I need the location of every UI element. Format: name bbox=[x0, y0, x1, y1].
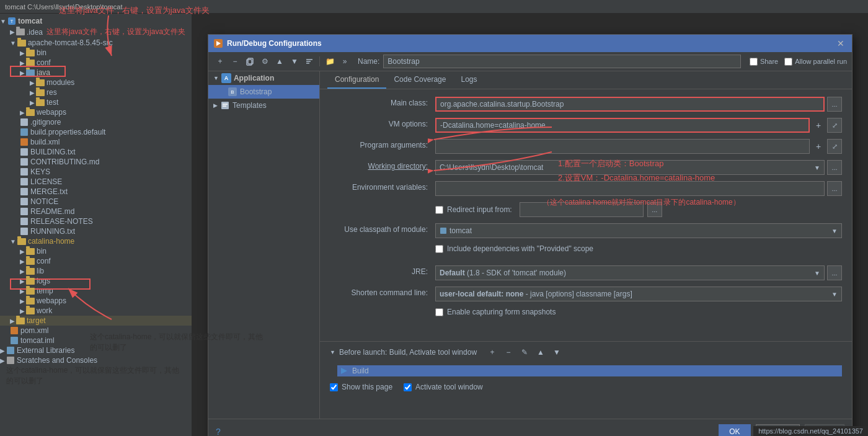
tree-item-webapps[interactable]: ▶ webapps bbox=[0, 107, 192, 117]
tree-item-buildprop[interactable]: build.properties.default bbox=[0, 127, 192, 137]
config-bootstrap[interactable]: ▶ B Bootstrap bbox=[208, 85, 319, 99]
redirect-input[interactable] bbox=[520, 202, 644, 217]
move-down-button[interactable]: ▼ bbox=[288, 55, 301, 68]
env-vars-value: ... bbox=[435, 181, 842, 196]
tree-item-res[interactable]: ▶ res bbox=[0, 87, 192, 97]
tree-item-scratches[interactable]: ▶ Scratches and Consoles bbox=[0, 355, 192, 365]
activate-tool-check[interactable] bbox=[404, 383, 412, 391]
tree-item-bin[interactable]: ▶ bin bbox=[0, 48, 192, 58]
tree-item-webapps2[interactable]: ▶ webapps bbox=[0, 296, 192, 306]
jre-arrow: ▼ bbox=[814, 270, 820, 277]
tree-item-running[interactable]: RUNNING.txt bbox=[0, 226, 192, 236]
include-deps-label: Include dependencies with "Provided" sco… bbox=[447, 244, 593, 253]
tree-item-temp[interactable]: ▶ temp bbox=[0, 286, 192, 296]
share-check[interactable] bbox=[750, 58, 758, 66]
tree-item-gitignore[interactable]: .gitignore bbox=[0, 117, 192, 127]
tab-logs[interactable]: Logs bbox=[453, 71, 484, 89]
tree-item-conf2[interactable]: ▶ conf bbox=[0, 256, 192, 266]
args-expand-button[interactable]: ⤢ bbox=[827, 139, 842, 154]
snapshots-check[interactable] bbox=[435, 308, 443, 316]
working-dir-browse-button[interactable]: ... bbox=[827, 160, 842, 175]
form-content: Main class: ... VM options: + ⤢ bbox=[320, 89, 852, 336]
move-up-button[interactable]: ▲ bbox=[273, 55, 286, 68]
show-page-label: Show this page bbox=[342, 383, 392, 391]
include-deps-spacer bbox=[330, 244, 435, 246]
catalina-annotation: 这个catalina-home，可以就保留这些文件即可，其他的可以删了 bbox=[6, 365, 186, 386]
tree-item-root[interactable]: ▼ T tomcat bbox=[0, 16, 192, 26]
app-icon: A bbox=[221, 73, 231, 83]
config-application-expand[interactable]: ▼ A Application bbox=[208, 71, 319, 85]
apache-label: apache-tomcat-8.5.45-src bbox=[28, 38, 113, 47]
tree-item-readme[interactable]: README.md bbox=[0, 207, 192, 216]
tree-item-building[interactable]: BUILDING.txt bbox=[0, 147, 192, 157]
close-button[interactable]: ✕ bbox=[835, 38, 847, 48]
program-args-input[interactable] bbox=[435, 139, 810, 154]
include-deps-check[interactable] bbox=[435, 245, 443, 253]
vm-expand-button[interactable]: ⤢ bbox=[827, 118, 842, 133]
tree-item-keys[interactable]: KEYS bbox=[0, 167, 192, 177]
vm-options-input[interactable] bbox=[435, 118, 810, 133]
parallel-check[interactable] bbox=[784, 58, 792, 66]
main-class-browse-button[interactable]: ... bbox=[827, 97, 842, 112]
release-label: RELEASE-NOTES bbox=[30, 217, 93, 226]
show-page-check[interactable] bbox=[330, 383, 338, 391]
tree-item-merge[interactable]: MERGE.txt bbox=[0, 187, 192, 197]
before-launch-collapse[interactable]: ▼ bbox=[330, 349, 335, 355]
tree-item-conf[interactable]: ▶ conf bbox=[0, 58, 192, 68]
extlibs-label: External Libraries bbox=[17, 346, 74, 355]
before-launch-add-button[interactable]: + bbox=[485, 345, 499, 359]
tab-configuration[interactable]: Configuration bbox=[327, 71, 386, 89]
folder-webapps-icon bbox=[26, 109, 35, 116]
shorten-text: user-local default: none - java [options… bbox=[440, 290, 632, 298]
tree-item-buildxml[interactable]: build.xml bbox=[0, 137, 192, 147]
shorten-dropdown[interactable]: user-local default: none - java [options… bbox=[435, 287, 842, 301]
before-launch-down-button[interactable]: ▼ bbox=[550, 345, 564, 359]
tree-item-bin2[interactable]: ▶ bin bbox=[0, 246, 192, 256]
env-vars-browse-button[interactable]: ... bbox=[827, 181, 842, 196]
folder-button[interactable]: 📁 bbox=[323, 55, 337, 68]
vm-plus-button[interactable]: + bbox=[812, 119, 825, 131]
tree-item-idea[interactable]: ▶ .idea 这里将java文件，右键，设置为java文件夹 bbox=[0, 26, 192, 38]
help-button[interactable]: ? bbox=[216, 427, 221, 436]
env-vars-input[interactable] bbox=[435, 181, 825, 196]
tree-item-contributing[interactable]: CONTRIBUTING.md bbox=[0, 157, 192, 167]
more-button[interactable]: » bbox=[338, 55, 352, 68]
tree-item-java[interactable]: ▶ java bbox=[0, 68, 192, 78]
settings-button[interactable]: ⚙ bbox=[258, 55, 272, 68]
config-templates[interactable]: ▶ Templates bbox=[208, 99, 319, 112]
tab-code-coverage[interactable]: Code Coverage bbox=[386, 71, 453, 89]
before-launch-items: Build bbox=[320, 363, 852, 379]
before-launch-remove-button[interactable]: − bbox=[502, 345, 515, 359]
tree-item-license[interactable]: LICENSE bbox=[0, 177, 192, 187]
tree-item-modules[interactable]: ▶ modules bbox=[0, 78, 192, 87]
ok-button[interactable]: OK bbox=[719, 424, 750, 436]
main-class-input[interactable] bbox=[435, 97, 825, 112]
redirect-browse-button[interactable]: ... bbox=[647, 202, 662, 217]
tree-item-release[interactable]: RELEASE-NOTES bbox=[0, 216, 192, 226]
build-item[interactable]: Build bbox=[337, 365, 842, 376]
tree-item-logs[interactable]: ▶ logs bbox=[0, 276, 192, 286]
tree-item-pom[interactable]: pom.xml bbox=[0, 326, 192, 336]
before-launch-edit-button[interactable]: ✎ bbox=[518, 345, 531, 359]
tree-item-apache[interactable]: ▼ apache-tomcat-8.5.45-src bbox=[0, 38, 192, 48]
tree-item-catalina[interactable]: ▼ catalina-home bbox=[0, 236, 192, 246]
tree-item-target[interactable]: ▶ target bbox=[0, 316, 192, 326]
tree-item-work[interactable]: ▶ work bbox=[0, 306, 192, 316]
add-config-button[interactable]: + bbox=[213, 55, 227, 68]
redirect-check[interactable] bbox=[435, 206, 443, 214]
jre-dropdown[interactable]: Default (1.8 - SDK of 'tomcat' module) ▼ bbox=[435, 265, 825, 280]
jre-browse-button[interactable]: ... bbox=[827, 265, 842, 280]
copy-config-button[interactable] bbox=[243, 55, 257, 68]
remove-config-button[interactable]: − bbox=[228, 55, 242, 68]
tree-item-lib[interactable]: ▶ lib bbox=[0, 266, 192, 276]
classpath-dropdown[interactable]: tomcat ▼ bbox=[435, 223, 842, 238]
working-dir-dropdown[interactable]: C:\Users\llsydn\Desktop\tomcat ▼ bbox=[435, 160, 825, 175]
tree-item-extlibs[interactable]: ▶ External Libraries bbox=[0, 345, 192, 355]
tree-item-notice[interactable]: NOTICE bbox=[0, 197, 192, 207]
before-launch-up-button[interactable]: ▲ bbox=[534, 345, 547, 359]
args-plus-button[interactable]: + bbox=[812, 140, 825, 153]
tree-item-test[interactable]: ▶ test bbox=[0, 97, 192, 107]
name-input[interactable] bbox=[383, 55, 741, 68]
tree-item-tomcatiml[interactable]: tomcat.iml bbox=[0, 336, 192, 345]
sort-button[interactable] bbox=[303, 55, 316, 68]
